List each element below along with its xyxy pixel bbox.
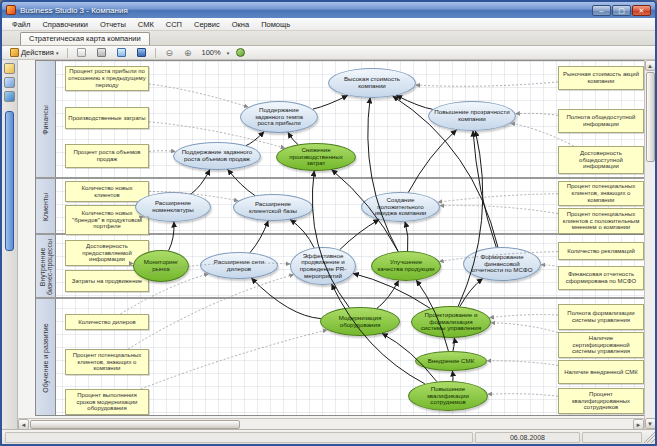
goal-g10[interactable]: Расширение сети дилеров xyxy=(200,252,278,279)
status-date: 06.08.2008 xyxy=(475,432,580,443)
perspective-label-1: Клиенты xyxy=(36,179,56,235)
main-area: ФинансыКлиентыВнутренние бизнес-процессы… xyxy=(2,60,655,429)
app-icon xyxy=(6,5,16,15)
kpi-k10[interactable]: Процент выполнения сроков модернизации о… xyxy=(65,389,149,415)
application-window: Business Studio 3 - Компания – ▢ ✕ ФайлС… xyxy=(0,0,657,446)
print-button[interactable] xyxy=(93,47,110,59)
tab-strip: Стратегическая карта компании xyxy=(2,31,655,46)
print-icon xyxy=(97,48,106,57)
kpi-k14[interactable]: Процент потенциальных клиентов, знающих … xyxy=(558,181,644,206)
minimize-button[interactable]: – xyxy=(592,5,611,16)
kpi-k21[interactable]: Процент квалифицированных сотрудников xyxy=(558,388,644,414)
save-icon xyxy=(137,48,146,57)
kpi-k13[interactable]: Достоверность общедоступной информации xyxy=(558,146,644,174)
kpi-k8[interactable]: Количество дилеров xyxy=(65,314,149,330)
scroll-left-icon[interactable]: ◄ xyxy=(18,419,29,430)
goal-g12[interactable]: Улучшение качества продукции xyxy=(371,251,441,281)
goal-g8[interactable]: Создание положительного имиджа компании xyxy=(361,192,440,222)
goal-g7[interactable]: Расширение клиентской базы xyxy=(233,194,313,221)
zoom-out-icon: ⊖ xyxy=(165,48,173,58)
chevron-down-icon: ▾ xyxy=(56,50,59,56)
zoom-level: 100% xyxy=(198,48,223,57)
goal-g2[interactable]: Поддержание заданного темпа роста прибыл… xyxy=(240,101,318,133)
horizontal-scroll-thumb[interactable] xyxy=(30,420,240,429)
resize-grip[interactable] xyxy=(643,431,655,443)
goal-g5[interactable]: Повышение прозрачности компании xyxy=(428,101,516,131)
format-tool-icon[interactable] xyxy=(4,91,15,102)
kpi-k15[interactable]: Процент потенциальных клиентов с положит… xyxy=(558,208,644,234)
edit-tool-icon[interactable] xyxy=(4,63,15,74)
refresh-button[interactable] xyxy=(232,47,249,59)
window-title: Business Studio 3 - Компания xyxy=(20,6,588,15)
menu-item-4[interactable]: ССП xyxy=(160,19,188,30)
goal-g6[interactable]: Расширение номенклатуры xyxy=(135,192,211,222)
vertical-scrollbar[interactable]: ▲ ▼ xyxy=(644,60,655,429)
zoom-in-button[interactable]: ⊕ xyxy=(180,47,196,59)
kpi-k11[interactable]: Рыночная стоимость акций компании xyxy=(558,66,644,90)
goal-g14[interactable]: Модернизация оборудования xyxy=(320,307,400,336)
perspective-label-0: Финансы xyxy=(36,61,56,179)
kpi-k16[interactable]: Количество рекламаций xyxy=(558,242,644,260)
maximize-button[interactable]: ▢ xyxy=(612,5,631,16)
title-bar[interactable]: Business Studio 3 - Компания – ▢ ✕ xyxy=(2,2,655,18)
zoom-out-button[interactable]: ⊖ xyxy=(161,47,177,59)
menu-item-6[interactable]: Окна xyxy=(226,19,255,30)
menu-item-5[interactable]: Сервис xyxy=(188,19,226,30)
left-tool-strip xyxy=(2,60,18,429)
scroll-right-icon[interactable]: ► xyxy=(633,419,644,430)
menu-item-0[interactable]: Файл xyxy=(6,19,36,30)
goal-g1[interactable]: Высокая стоимость компании xyxy=(328,68,416,98)
kpi-k3[interactable]: Процент роста объемов продаж xyxy=(65,144,149,168)
kpi-k18[interactable]: Полнота формализации системы управления xyxy=(558,304,644,330)
zoom-dropdown-icon[interactable]: ▾ xyxy=(227,50,230,56)
goal-g11[interactable]: Эффективное продвижение и проведение PR-… xyxy=(290,247,356,285)
strategy-map: ФинансыКлиентыВнутренние бизнес-процессы… xyxy=(35,60,644,416)
goal-g16[interactable]: Внедрение СМК xyxy=(415,351,487,371)
check-icon xyxy=(117,48,126,57)
menu-item-3[interactable]: СМК xyxy=(132,19,160,30)
menu-item-2[interactable]: Отчеты xyxy=(94,19,132,30)
save-button[interactable] xyxy=(133,47,150,59)
perspective-label-3: Обучение и развитие xyxy=(36,299,56,416)
kpi-k1[interactable]: Процент роста прибыли по отношению к пре… xyxy=(65,66,149,91)
actions-icon xyxy=(10,48,19,57)
menu-item-7[interactable]: Помощь xyxy=(255,19,296,30)
check-diagram-button[interactable] xyxy=(113,47,130,59)
goal-g3[interactable]: Поддержание заданного роста объемов прод… xyxy=(173,142,261,170)
collapsed-panel-tab[interactable] xyxy=(5,111,14,251)
kpi-k17[interactable]: Финансовая отчетность сформирована по МС… xyxy=(558,266,644,290)
goal-g13[interactable]: Формирование финансовой отчетности по МС… xyxy=(463,247,541,281)
refresh-icon xyxy=(236,48,245,57)
goal-g15[interactable]: Проектирование и формализация системы уп… xyxy=(411,306,491,338)
diagram-canvas: ФинансыКлиентыВнутренние бизнес-процессы… xyxy=(18,60,644,429)
perspective-label-2: Внутренние бизнес-процессы xyxy=(36,235,56,299)
goal-g4[interactable]: Снижение производственных затрат xyxy=(276,143,356,171)
status-bar: 06.08.2008 xyxy=(2,429,655,444)
actions-button[interactable]: Действия ▾ xyxy=(6,47,62,59)
export-icon xyxy=(77,48,86,57)
horizontal-scrollbar[interactable]: ◄ ► xyxy=(18,418,644,429)
close-button[interactable]: ✕ xyxy=(632,5,651,16)
menu-item-1[interactable]: Справочники xyxy=(36,19,93,30)
kpi-k19[interactable]: Наличие сертифицированной системы управл… xyxy=(558,332,644,358)
goal-g17[interactable]: Повышение квалификации сотрудников xyxy=(408,381,488,411)
kpi-k20[interactable]: Наличие внедренной СМК xyxy=(558,360,644,384)
scroll-up-icon[interactable]: ▲ xyxy=(645,60,656,71)
kpi-k12[interactable]: Полнота общедоступной информации xyxy=(558,109,644,133)
tab-strategy-map[interactable]: Стратегическая карта компании xyxy=(20,32,150,45)
scroll-down-icon[interactable]: ▼ xyxy=(645,418,656,429)
pointer-tool-icon[interactable] xyxy=(4,77,15,88)
toolbar: Действия ▾ ⊖ ⊕ 100% ▾ xyxy=(2,46,655,60)
goal-g9[interactable]: Мониторинг рынка xyxy=(133,250,189,282)
kpi-k9[interactable]: Процент потенциальных клиентов, знающих … xyxy=(65,349,149,375)
zoom-in-icon: ⊕ xyxy=(184,48,192,58)
menu-bar: ФайлСправочникиОтчетыСМКССПСервисОкнаПом… xyxy=(2,18,655,31)
vertical-scroll-thumb[interactable] xyxy=(646,72,655,162)
kpi-k4[interactable]: Количество новых клиентов xyxy=(65,181,149,202)
kpi-k2[interactable]: Производственные затраты xyxy=(65,107,149,129)
export-button[interactable] xyxy=(73,47,90,59)
